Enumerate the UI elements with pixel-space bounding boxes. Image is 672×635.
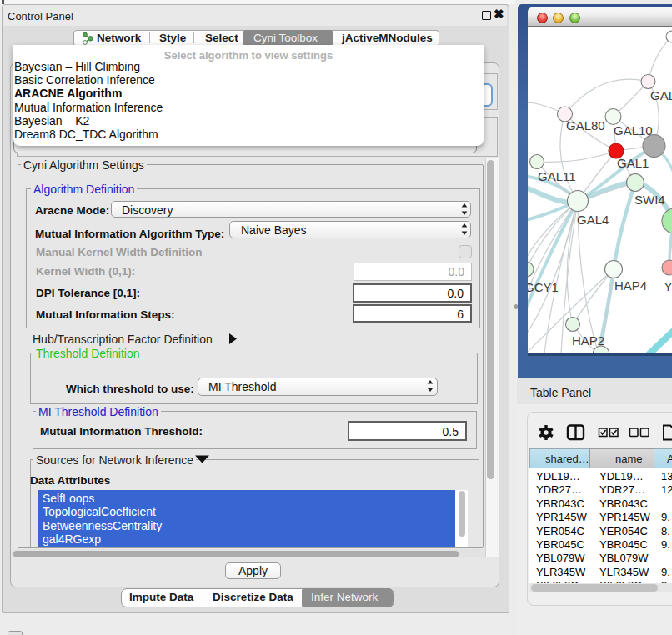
svg-text:GAL: GAL [650,88,672,102]
svg-text:GAL1: GAL1 [617,156,649,170]
svg-text:HAP4: HAP4 [614,278,647,292]
svg-text:Y: Y [664,279,672,293]
svg-text:GAL4: GAL4 [577,212,609,227]
svg-text:GCY1: GCY1 [528,280,559,294]
svg-text:GAL10: GAL10 [614,123,653,138]
svg-text:HAP2: HAP2 [572,333,604,348]
svg-text:GAL80: GAL80 [566,118,605,132]
svg-text:SWI4: SWI4 [634,192,665,207]
svg-text:GAL11: GAL11 [538,169,576,183]
